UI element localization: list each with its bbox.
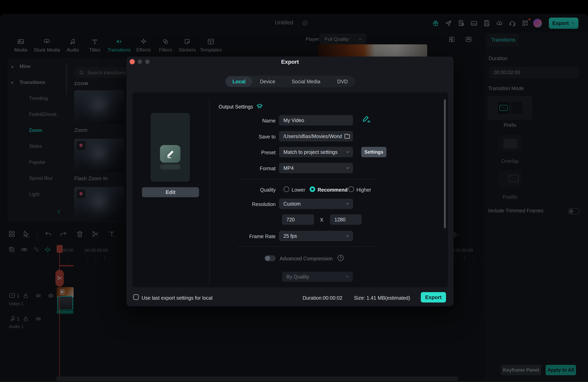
dialog-title: Export xyxy=(126,59,454,65)
dialog-export-label: Export xyxy=(425,294,441,301)
resolution-x-label: X xyxy=(320,217,323,223)
chevron-down-icon xyxy=(345,234,350,238)
svg-text:AI: AI xyxy=(367,120,370,123)
framerate-dropdown[interactable]: 25 fps xyxy=(279,231,353,241)
export-dialog: Export Local Device Social Media DVD xyxy=(126,57,454,306)
help-icon[interactable]: ? xyxy=(337,255,344,261)
chevron-down-icon xyxy=(345,274,350,279)
use-last-checkbox[interactable] xyxy=(133,294,139,300)
quality-radio-higher[interactable] xyxy=(348,186,354,192)
framerate-value: 25 fps xyxy=(283,233,297,239)
tab-dvd-label: DVD xyxy=(337,79,348,84)
pencil-icon xyxy=(165,149,175,159)
output-settings-title: Output Settings xyxy=(219,104,253,110)
app-icon xyxy=(160,145,180,163)
advanced-compression-label: Advanced Compression xyxy=(280,256,333,262)
settings-button-label: Settings xyxy=(364,149,383,155)
toggle-knob xyxy=(265,256,270,261)
chevron-down-icon xyxy=(345,166,350,170)
tab-local-label: Local xyxy=(232,79,245,84)
quality-label: Quality xyxy=(211,187,276,193)
dialog-scrollbar[interactable] xyxy=(444,99,446,228)
tab-dvd[interactable]: DVD xyxy=(331,76,354,87)
resolution-label: Resolution xyxy=(211,201,276,207)
tutorial-cap-icon[interactable] xyxy=(256,103,263,110)
resolution-dropdown[interactable]: Custom xyxy=(279,199,353,209)
folder-icon[interactable] xyxy=(344,133,350,139)
app-icon-reflection xyxy=(160,164,180,170)
chevron-down-icon xyxy=(345,202,350,206)
tab-social-media[interactable]: Social Media xyxy=(284,76,328,87)
preset-label: Preset xyxy=(211,150,276,155)
quality-recommend-label[interactable]: Recommend xyxy=(318,187,348,193)
form-divider-2 xyxy=(237,246,376,247)
preview-card xyxy=(151,113,190,182)
quality-lower-label[interactable]: Lower xyxy=(292,187,305,193)
edit-button-label: Edit xyxy=(166,189,175,195)
format-value: MP4 xyxy=(283,165,294,171)
by-quality-value: By Quality xyxy=(286,274,309,280)
form-divider-1 xyxy=(237,179,376,179)
edit-button[interactable]: Edit xyxy=(142,187,199,197)
settings-button[interactable]: Settings xyxy=(361,147,386,157)
advanced-toggle[interactable] xyxy=(264,255,276,261)
format-dropdown[interactable]: MP4 xyxy=(279,163,353,173)
height-input[interactable] xyxy=(330,214,362,225)
framerate-label: Frame Rate xyxy=(211,233,276,239)
width-input[interactable] xyxy=(282,214,314,225)
chevron-down-icon xyxy=(345,150,350,154)
content-divider xyxy=(209,98,210,284)
use-last-label: Use last export settings for local xyxy=(142,295,212,301)
name-label: Name xyxy=(211,118,276,124)
radio-dot xyxy=(311,188,314,191)
ai-rename-icon[interactable]: AI xyxy=(362,115,371,124)
quality-radio-lower[interactable] xyxy=(284,186,289,192)
tab-local[interactable]: Local xyxy=(226,76,252,87)
footer-duration: Duration:00:00:02 xyxy=(303,295,342,301)
name-input[interactable] xyxy=(279,115,353,125)
save-to-label: Save to xyxy=(211,134,276,140)
footer-size: Size: 1.41 MB(estimated) xyxy=(354,295,410,301)
preset-dropdown[interactable]: Match to project settings xyxy=(279,147,353,157)
resolution-value: Custom xyxy=(283,201,301,207)
quality-higher-label[interactable]: Higher xyxy=(357,187,371,193)
dialog-tabbar: Local Device Social Media DVD xyxy=(225,76,355,87)
by-quality-dropdown[interactable]: By Quality xyxy=(282,272,353,282)
preset-value: Match to project settings xyxy=(283,149,337,155)
format-label: Format xyxy=(211,166,276,172)
tab-device-label: Device xyxy=(260,79,275,84)
tab-device[interactable]: Device xyxy=(256,76,280,87)
tab-social-media-label: Social Media xyxy=(292,79,320,84)
dialog-export-button[interactable]: Export xyxy=(421,292,446,303)
save-to-input[interactable] xyxy=(279,131,353,141)
screen: Untitled Export Media Stock Media xyxy=(0,0,588,382)
quality-radio-recommend[interactable] xyxy=(310,186,315,192)
